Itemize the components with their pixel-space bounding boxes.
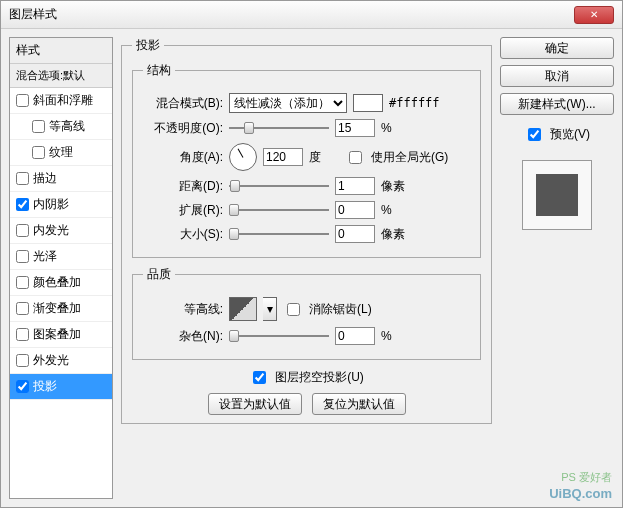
sidebar-label-10: 外发光 <box>33 352 69 369</box>
structure-group: 结构 混合模式(B): 线性减淡（添加） #ffffff 不透明度(O): <box>132 62 481 258</box>
watermark-text-2: UiBQ.com <box>549 486 612 501</box>
structure-legend: 结构 <box>143 62 175 79</box>
sidebar-checkbox-6[interactable] <box>16 250 29 263</box>
size-unit: 像素 <box>381 226 411 243</box>
global-light-checkbox[interactable] <box>349 151 362 164</box>
sidebar-item-1[interactable]: 等高线 <box>10 114 112 140</box>
noise-unit: % <box>381 329 411 343</box>
opacity-input[interactable] <box>335 119 375 137</box>
sidebar-label-3: 描边 <box>33 170 57 187</box>
preview-label: 预览(V) <box>550 126 590 143</box>
blend-mode-label: 混合模式(B): <box>143 95 223 112</box>
sidebar-header[interactable]: 样式 <box>10 38 112 64</box>
quality-group: 品质 等高线: ▾ 消除锯齿(L) 杂色(N): % <box>132 266 481 360</box>
watermark-text-1: PS 爱好者 <box>561 470 612 485</box>
sidebar-item-5[interactable]: 内发光 <box>10 218 112 244</box>
blend-mode-select[interactable]: 线性减淡（添加） <box>229 93 347 113</box>
sidebar-item-9[interactable]: 图案叠加 <box>10 322 112 348</box>
sidebar-checkbox-11[interactable] <box>16 380 29 393</box>
preview-swatch <box>536 174 578 216</box>
contour-label: 等高线: <box>143 301 223 318</box>
opacity-unit: % <box>381 121 411 135</box>
new-style-button[interactable]: 新建样式(W)... <box>500 93 614 115</box>
sidebar-blend-options[interactable]: 混合选项:默认 <box>10 64 112 88</box>
sidebar-item-10[interactable]: 外发光 <box>10 348 112 374</box>
sidebar-checkbox-4[interactable] <box>16 198 29 211</box>
sidebar-item-11[interactable]: 投影 <box>10 374 112 400</box>
sidebar-label-6: 光泽 <box>33 248 57 265</box>
sidebar-checkbox-0[interactable] <box>16 94 29 107</box>
sidebar-checkbox-2[interactable] <box>32 146 45 159</box>
spread-unit: % <box>381 203 411 217</box>
sidebar-label-7: 颜色叠加 <box>33 274 81 291</box>
sidebar-checkbox-3[interactable] <box>16 172 29 185</box>
noise-input[interactable] <box>335 327 375 345</box>
sidebar-checkbox-8[interactable] <box>16 302 29 315</box>
preview-box <box>522 160 592 230</box>
sidebar-label-11: 投影 <box>33 378 57 395</box>
noise-slider[interactable] <box>229 335 329 337</box>
panel-outer: 投影 结构 混合模式(B): 线性减淡（添加） #ffffff 不透明度(O): <box>121 37 492 424</box>
contour-dropdown[interactable]: ▾ <box>263 297 277 321</box>
global-light-label: 使用全局光(G) <box>371 149 448 166</box>
sidebar-item-6[interactable]: 光泽 <box>10 244 112 270</box>
shadow-color-hex: #ffffff <box>389 96 440 110</box>
angle-input[interactable] <box>263 148 303 166</box>
size-slider[interactable] <box>229 233 329 235</box>
titlebar: 图层样式 ✕ <box>1 1 622 29</box>
sidebar-label-1: 等高线 <box>49 118 85 135</box>
panel-title: 投影 <box>132 37 164 54</box>
contour-swatch[interactable] <box>229 297 257 321</box>
spread-label: 扩展(R): <box>143 202 223 219</box>
distance-input[interactable] <box>335 177 375 195</box>
quality-legend: 品质 <box>143 266 175 283</box>
antialias-checkbox[interactable] <box>287 303 300 316</box>
sidebar-item-0[interactable]: 斜面和浮雕 <box>10 88 112 114</box>
preview-checkbox[interactable] <box>528 128 541 141</box>
sidebar-item-2[interactable]: 纹理 <box>10 140 112 166</box>
main-panel: 投影 结构 混合模式(B): 线性减淡（添加） #ffffff 不透明度(O): <box>121 37 492 499</box>
distance-unit: 像素 <box>381 178 411 195</box>
antialias-label: 消除锯齿(L) <box>309 301 372 318</box>
opacity-label: 不透明度(O): <box>143 120 223 137</box>
angle-dial[interactable] <box>229 143 257 171</box>
sidebar-label-0: 斜面和浮雕 <box>33 92 93 109</box>
ok-button[interactable]: 确定 <box>500 37 614 59</box>
sidebar-label-8: 渐变叠加 <box>33 300 81 317</box>
sidebar-item-7[interactable]: 颜色叠加 <box>10 270 112 296</box>
sidebar-item-3[interactable]: 描边 <box>10 166 112 192</box>
styles-sidebar: 样式 混合选项:默认 斜面和浮雕等高线纹理描边内阴影内发光光泽颜色叠加渐变叠加图… <box>9 37 113 499</box>
knockout-checkbox[interactable] <box>253 371 266 384</box>
reset-default-button[interactable]: 复位为默认值 <box>312 393 406 415</box>
sidebar-checkbox-5[interactable] <box>16 224 29 237</box>
sidebar-checkbox-7[interactable] <box>16 276 29 289</box>
knockout-label: 图层挖空投影(U) <box>275 369 364 386</box>
right-column: 确定 取消 新建样式(W)... 预览(V) <box>500 37 614 499</box>
angle-unit: 度 <box>309 149 339 166</box>
sidebar-checkbox-1[interactable] <box>32 120 45 133</box>
make-default-button[interactable]: 设置为默认值 <box>208 393 302 415</box>
layer-style-dialog: 图层样式 ✕ 样式 混合选项:默认 斜面和浮雕等高线纹理描边内阴影内发光光泽颜色… <box>0 0 623 508</box>
close-button[interactable]: ✕ <box>574 6 614 24</box>
noise-label: 杂色(N): <box>143 328 223 345</box>
size-label: 大小(S): <box>143 226 223 243</box>
sidebar-item-4[interactable]: 内阴影 <box>10 192 112 218</box>
angle-label: 角度(A): <box>143 149 223 166</box>
sidebar-checkbox-10[interactable] <box>16 354 29 367</box>
distance-label: 距离(D): <box>143 178 223 195</box>
sidebar-label-2: 纹理 <box>49 144 73 161</box>
sidebar-label-4: 内阴影 <box>33 196 69 213</box>
cancel-button[interactable]: 取消 <box>500 65 614 87</box>
window-title: 图层样式 <box>9 6 574 23</box>
size-input[interactable] <box>335 225 375 243</box>
distance-slider[interactable] <box>229 185 329 187</box>
spread-input[interactable] <box>335 201 375 219</box>
sidebar-checkbox-9[interactable] <box>16 328 29 341</box>
shadow-color-swatch[interactable] <box>353 94 383 112</box>
sidebar-label-5: 内发光 <box>33 222 69 239</box>
spread-slider[interactable] <box>229 209 329 211</box>
sidebar-item-8[interactable]: 渐变叠加 <box>10 296 112 322</box>
opacity-slider[interactable] <box>229 127 329 129</box>
sidebar-label-9: 图案叠加 <box>33 326 81 343</box>
